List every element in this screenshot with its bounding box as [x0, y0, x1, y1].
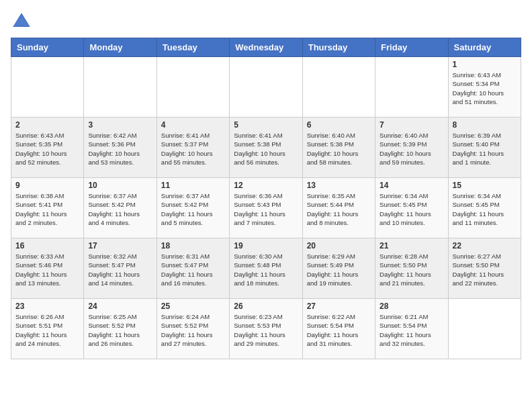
calendar-cell: 6Sunrise: 6:40 AM Sunset: 5:38 PM Daylig…: [302, 118, 375, 178]
day-info: Sunrise: 6:43 AM Sunset: 5:34 PM Dayligh…: [453, 71, 504, 105]
day-number: 18: [161, 241, 225, 250]
day-number: 24: [88, 302, 152, 311]
day-info: Sunrise: 6:42 AM Sunset: 5:36 PM Dayligh…: [88, 132, 140, 166]
day-number: 3: [88, 120, 152, 130]
day-number: 9: [15, 181, 79, 190]
calendar-cell: 11Sunrise: 6:37 AM Sunset: 5:42 PM Dayli…: [157, 178, 229, 238]
day-info: Sunrise: 6:32 AM Sunset: 5:47 PM Dayligh…: [88, 253, 140, 287]
day-number: 17: [88, 241, 152, 250]
day-number: 27: [307, 302, 371, 311]
day-info: Sunrise: 6:23 AM Sunset: 5:53 PM Dayligh…: [234, 313, 285, 347]
day-info: Sunrise: 6:37 AM Sunset: 5:42 PM Dayligh…: [161, 192, 213, 226]
day-of-week-header: Monday: [84, 38, 157, 57]
day-info: Sunrise: 6:22 AM Sunset: 5:54 PM Dayligh…: [307, 313, 359, 347]
calendar-cell: 28Sunrise: 6:21 AM Sunset: 5:54 PM Dayli…: [375, 299, 448, 359]
day-of-week-header: Friday: [375, 38, 448, 57]
calendar-cell: 23Sunrise: 6:26 AM Sunset: 5:51 PM Dayli…: [11, 299, 84, 359]
day-number: 16: [15, 241, 79, 250]
calendar-week-row: 23Sunrise: 6:26 AM Sunset: 5:51 PM Dayli…: [11, 299, 521, 359]
day-number: 12: [234, 181, 298, 190]
calendar-header-row: SundayMondayTuesdayWednesdayThursdayFrid…: [11, 38, 521, 57]
day-number: 19: [234, 241, 298, 250]
calendar-cell: 25Sunrise: 6:24 AM Sunset: 5:52 PM Dayli…: [157, 299, 229, 359]
calendar-cell: 27Sunrise: 6:22 AM Sunset: 5:54 PM Dayli…: [302, 299, 375, 359]
calendar-cell: 13Sunrise: 6:35 AM Sunset: 5:44 PM Dayli…: [302, 178, 375, 238]
day-info: Sunrise: 6:39 AM Sunset: 5:40 PM Dayligh…: [453, 132, 504, 166]
day-number: 10: [88, 181, 152, 190]
logo: [11, 11, 35, 32]
calendar-cell: [157, 57, 229, 118]
day-of-week-header: Wednesday: [230, 38, 302, 57]
day-number: 20: [307, 241, 371, 250]
day-number: 5: [234, 120, 298, 130]
day-info: Sunrise: 6:41 AM Sunset: 5:38 PM Dayligh…: [234, 132, 285, 166]
calendar-cell: [11, 57, 84, 118]
calendar-cell: 8Sunrise: 6:39 AM Sunset: 5:40 PM Daylig…: [448, 118, 521, 178]
day-of-week-header: Sunday: [11, 38, 84, 57]
calendar-week-row: 16Sunrise: 6:33 AM Sunset: 5:46 PM Dayli…: [11, 238, 521, 299]
day-number: 15: [453, 181, 517, 190]
day-number: 13: [307, 181, 371, 190]
day-number: 8: [453, 120, 517, 130]
day-info: Sunrise: 6:35 AM Sunset: 5:44 PM Dayligh…: [307, 192, 359, 226]
day-number: 4: [161, 120, 225, 130]
calendar-cell: 22Sunrise: 6:27 AM Sunset: 5:50 PM Dayli…: [448, 238, 521, 299]
calendar-cell: 9Sunrise: 6:38 AM Sunset: 5:41 PM Daylig…: [11, 178, 84, 238]
day-info: Sunrise: 6:30 AM Sunset: 5:48 PM Dayligh…: [234, 253, 285, 287]
calendar-cell: 20Sunrise: 6:29 AM Sunset: 5:49 PM Dayli…: [302, 238, 375, 299]
calendar: SundayMondayTuesdayWednesdayThursdayFrid…: [11, 38, 521, 359]
day-info: Sunrise: 6:40 AM Sunset: 5:39 PM Dayligh…: [380, 132, 431, 166]
day-of-week-header: Tuesday: [157, 38, 229, 57]
day-info: Sunrise: 6:34 AM Sunset: 5:45 PM Dayligh…: [453, 192, 504, 226]
day-number: 21: [380, 241, 443, 250]
calendar-cell: 12Sunrise: 6:36 AM Sunset: 5:43 PM Dayli…: [230, 178, 302, 238]
day-info: Sunrise: 6:38 AM Sunset: 5:41 PM Dayligh…: [15, 192, 67, 226]
day-info: Sunrise: 6:41 AM Sunset: 5:37 PM Dayligh…: [161, 132, 213, 166]
day-number: 23: [15, 302, 79, 311]
day-info: Sunrise: 6:36 AM Sunset: 5:43 PM Dayligh…: [234, 192, 285, 226]
day-info: Sunrise: 6:28 AM Sunset: 5:50 PM Dayligh…: [380, 253, 431, 287]
day-number: 7: [380, 120, 443, 130]
calendar-cell: 14Sunrise: 6:34 AM Sunset: 5:45 PM Dayli…: [375, 178, 448, 238]
day-number: 6: [307, 120, 371, 130]
day-info: Sunrise: 6:34 AM Sunset: 5:45 PM Dayligh…: [380, 192, 431, 226]
day-number: 28: [380, 302, 443, 311]
calendar-week-row: 9Sunrise: 6:38 AM Sunset: 5:41 PM Daylig…: [11, 178, 521, 238]
day-number: 14: [380, 181, 443, 190]
logo-icon: [11, 11, 32, 32]
day-number: 26: [234, 302, 298, 311]
day-number: 2: [15, 120, 79, 130]
header: [11, 11, 521, 32]
calendar-cell: 26Sunrise: 6:23 AM Sunset: 5:53 PM Dayli…: [230, 299, 302, 359]
calendar-cell: [84, 57, 157, 118]
calendar-cell: 19Sunrise: 6:30 AM Sunset: 5:48 PM Dayli…: [230, 238, 302, 299]
calendar-cell: [375, 57, 448, 118]
calendar-cell: 16Sunrise: 6:33 AM Sunset: 5:46 PM Dayli…: [11, 238, 84, 299]
day-info: Sunrise: 6:27 AM Sunset: 5:50 PM Dayligh…: [453, 253, 504, 287]
day-info: Sunrise: 6:43 AM Sunset: 5:35 PM Dayligh…: [15, 132, 67, 166]
calendar-week-row: 2Sunrise: 6:43 AM Sunset: 5:35 PM Daylig…: [11, 118, 521, 178]
calendar-week-row: 1Sunrise: 6:43 AM Sunset: 5:34 PM Daylig…: [11, 57, 521, 118]
calendar-cell: 7Sunrise: 6:40 AM Sunset: 5:39 PM Daylig…: [375, 118, 448, 178]
calendar-cell: 1Sunrise: 6:43 AM Sunset: 5:34 PM Daylig…: [448, 57, 521, 118]
day-info: Sunrise: 6:33 AM Sunset: 5:46 PM Dayligh…: [15, 253, 67, 287]
calendar-cell: 4Sunrise: 6:41 AM Sunset: 5:37 PM Daylig…: [157, 118, 229, 178]
calendar-cell: 17Sunrise: 6:32 AM Sunset: 5:47 PM Dayli…: [84, 238, 157, 299]
calendar-cell: [302, 57, 375, 118]
calendar-cell: 15Sunrise: 6:34 AM Sunset: 5:45 PM Dayli…: [448, 178, 521, 238]
day-of-week-header: Saturday: [448, 38, 521, 57]
day-info: Sunrise: 6:26 AM Sunset: 5:51 PM Dayligh…: [15, 313, 67, 347]
calendar-cell: 21Sunrise: 6:28 AM Sunset: 5:50 PM Dayli…: [375, 238, 448, 299]
calendar-cell: 3Sunrise: 6:42 AM Sunset: 5:36 PM Daylig…: [84, 118, 157, 178]
day-info: Sunrise: 6:37 AM Sunset: 5:42 PM Dayligh…: [88, 192, 140, 226]
calendar-cell: [230, 57, 302, 118]
day-info: Sunrise: 6:24 AM Sunset: 5:52 PM Dayligh…: [161, 313, 213, 347]
day-info: Sunrise: 6:21 AM Sunset: 5:54 PM Dayligh…: [380, 313, 431, 347]
calendar-cell: 2Sunrise: 6:43 AM Sunset: 5:35 PM Daylig…: [11, 118, 84, 178]
calendar-cell: 5Sunrise: 6:41 AM Sunset: 5:38 PM Daylig…: [230, 118, 302, 178]
calendar-cell: 10Sunrise: 6:37 AM Sunset: 5:42 PM Dayli…: [84, 178, 157, 238]
day-number: 22: [453, 241, 517, 250]
calendar-cell: [448, 299, 521, 359]
day-info: Sunrise: 6:29 AM Sunset: 5:49 PM Dayligh…: [307, 253, 359, 287]
day-number: 1: [453, 60, 517, 69]
